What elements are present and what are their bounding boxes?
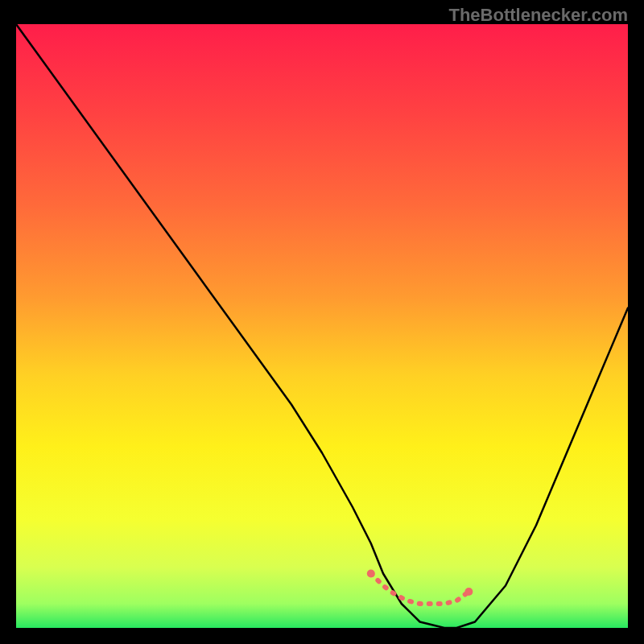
bottleneck-chart: [16, 24, 628, 628]
chart-canvas: [16, 24, 628, 628]
chart-background: [16, 24, 628, 628]
optimal-band-endpoint: [464, 588, 473, 596]
optimal-band-endpoint: [367, 570, 375, 578]
watermark-text: TheBottlenecker.com: [448, 5, 628, 26]
